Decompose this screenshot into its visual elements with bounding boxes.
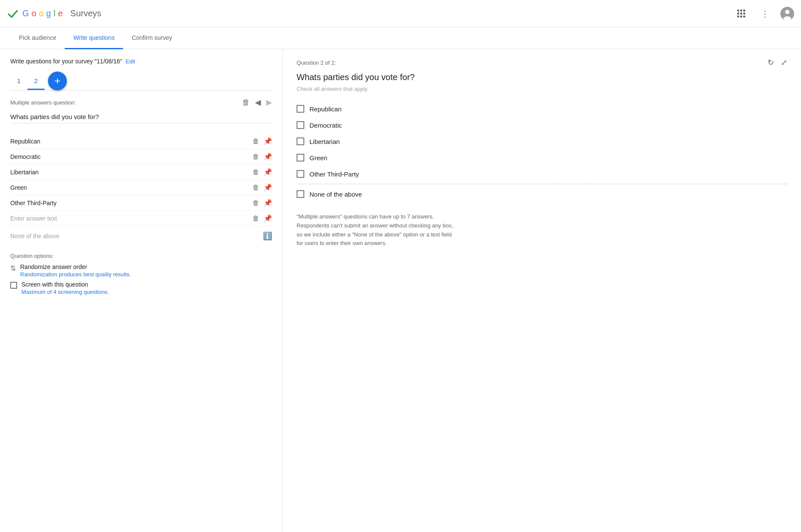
- answer-placeholder-text: Enter answer text: [10, 215, 57, 222]
- question-type-label: Multiple answers question:: [10, 99, 76, 106]
- answers-list: Republican 🗑 📌 Democratic 🗑 📌 Libertaria…: [10, 134, 272, 226]
- answer-text: Libertarian: [10, 169, 252, 176]
- preview-actions: ↻ ⤢: [768, 58, 787, 67]
- preview-options-list: Republican Democratic Libertarian Green …: [297, 101, 787, 202]
- avatar[interactable]: [780, 7, 794, 21]
- question-action-icons: 🗑 ◀ ▶: [242, 98, 272, 107]
- sort-icon: ⇅: [10, 264, 16, 272]
- google-checkmark-icon: [7, 8, 19, 20]
- none-above-label: None of the above: [10, 233, 59, 239]
- answer-row: Libertarian 🗑 📌: [10, 164, 272, 180]
- tab-confirm-survey[interactable]: Confirm survey: [123, 27, 180, 49]
- survey-title-bar: Write questions for your survey "11/08/1…: [10, 58, 272, 65]
- answer-icons: 🗑 📌: [252, 183, 272, 191]
- pin-answer-3-icon[interactable]: 📌: [264, 183, 272, 191]
- preview-checkbox-2[interactable]: [297, 137, 304, 145]
- answer-row: Democratic 🗑 📌: [10, 149, 272, 164]
- question-tab-1[interactable]: 1: [10, 73, 27, 90]
- pin-answer-0-icon[interactable]: 📌: [264, 137, 272, 145]
- more-icon: ⋮: [761, 9, 769, 19]
- preview-option-text: Democratic: [309, 122, 342, 129]
- question-tabs-row: 1 2 +: [10, 72, 272, 91]
- more-options-button[interactable]: ⋮: [756, 5, 774, 22]
- preview-divider: [297, 184, 787, 184]
- question-options-title: Question options:: [10, 253, 272, 259]
- none-above-row: None of the above ℹ️: [10, 228, 272, 244]
- answer-text: Green: [10, 184, 252, 191]
- app-title: Google Surveys: [22, 9, 101, 18]
- answer-placeholder-row: Enter answer text 🗑 📌: [10, 211, 272, 226]
- add-question-icon: +: [54, 75, 60, 87]
- preview-option: Republican: [297, 101, 787, 117]
- preview-option-text: Libertarian: [309, 138, 340, 145]
- pin-answer-5-icon[interactable]: 📌: [264, 214, 272, 222]
- screen-checkbox[interactable]: [10, 282, 17, 289]
- move-left-icon[interactable]: ◀: [255, 98, 261, 107]
- randomize-label: Randomize answer order: [20, 263, 131, 270]
- delete-answer-2-icon[interactable]: 🗑: [252, 168, 259, 176]
- preview-option: None of the above: [297, 186, 787, 202]
- delete-answer-0-icon[interactable]: 🗑: [252, 137, 259, 145]
- answer-icons: 🗑 📌: [252, 199, 272, 207]
- fullscreen-preview-icon[interactable]: ⤢: [781, 58, 787, 67]
- delete-answer-4-icon[interactable]: 🗑: [252, 199, 259, 207]
- pin-answer-2-icon[interactable]: 📌: [264, 168, 272, 176]
- preview-option-text: Other Third-Party: [309, 170, 359, 178]
- question-meta-row: Multiple answers question: 🗑 ◀ ▶: [10, 98, 272, 107]
- screen-label: Screen with this question: [21, 281, 109, 288]
- answer-row: Green 🗑 📌: [10, 180, 272, 195]
- preview-option: Democratic: [297, 117, 787, 133]
- answer-row: Republican 🗑 📌: [10, 134, 272, 149]
- delete-answer-5-icon[interactable]: 🗑: [252, 215, 259, 222]
- move-right-icon[interactable]: ▶: [266, 98, 272, 107]
- preview-option: Other Third-Party: [297, 166, 787, 182]
- preview-meta: Question 2 of 2: ↻ ⤢: [297, 58, 787, 67]
- tab-pick-audience[interactable]: Pick audience: [10, 27, 65, 49]
- randomize-option-row: ⇅ Randomize answer order Randomization p…: [10, 263, 272, 278]
- preview-checkbox-5[interactable]: [297, 190, 304, 198]
- question-tab-2[interactable]: 2: [27, 73, 45, 90]
- preview-checkbox-0[interactable]: [297, 105, 304, 113]
- user-avatar-icon: [780, 7, 794, 21]
- right-panel: Question 2 of 2: ↻ ⤢ Whats parties did y…: [283, 49, 801, 532]
- delete-answer-3-icon[interactable]: 🗑: [252, 184, 259, 191]
- preview-question-title: Whats parties did you vote for?: [297, 72, 787, 82]
- preview-option-text: Green: [309, 154, 327, 161]
- grid-apps-button[interactable]: [732, 5, 750, 22]
- answer-row: Other Third-Party 🗑 📌: [10, 195, 272, 211]
- preview-instruction: Check all answers that apply: [297, 86, 787, 92]
- refresh-preview-icon[interactable]: ↻: [768, 58, 774, 67]
- preview-checkbox-1[interactable]: [297, 121, 304, 129]
- top-nav-tabs: Pick audience Write questions Confirm su…: [0, 27, 801, 49]
- grid-apps-icon: [737, 9, 745, 18]
- preview-option: Libertarian: [297, 133, 787, 149]
- pin-answer-1-icon[interactable]: 📌: [264, 152, 272, 161]
- randomize-option-content: Randomize answer order Randomization pro…: [20, 263, 131, 278]
- preview-note: "Multiple answers" questions can have up…: [297, 212, 459, 248]
- screen-subtext[interactable]: Maximum of 4 screening questions.: [21, 289, 109, 295]
- app-header: Google Surveys ⋮: [0, 0, 801, 27]
- answer-icons: 🗑 📌: [252, 137, 272, 145]
- tab-write-questions[interactable]: Write questions: [65, 27, 123, 49]
- svg-point-1: [785, 10, 789, 14]
- preview-option-text: Republican: [309, 105, 342, 113]
- header-left: Google Surveys: [7, 8, 101, 20]
- randomize-subtext[interactable]: Randomization produces best quality resu…: [20, 271, 131, 278]
- answer-icons: 🗑 📌: [252, 214, 272, 222]
- edit-link[interactable]: Edit: [126, 58, 135, 65]
- preview-option: Green: [297, 149, 787, 166]
- pin-answer-4-icon[interactable]: 📌: [264, 199, 272, 207]
- answer-text: Democratic: [10, 153, 252, 160]
- preview-checkbox-3[interactable]: [297, 154, 304, 161]
- preview-question-counter: Question 2 of 2:: [297, 60, 336, 66]
- screen-option-content: Screen with this question Maximum of 4 s…: [21, 281, 109, 295]
- question-text-input[interactable]: [10, 111, 272, 123]
- info-icon[interactable]: ℹ️: [263, 231, 272, 241]
- question-editor: Multiple answers question: 🗑 ◀ ▶ Republi…: [10, 94, 272, 302]
- question-options: Question options: ⇅ Randomize answer ord…: [10, 253, 272, 295]
- add-question-button[interactable]: +: [48, 72, 67, 90]
- delete-question-icon[interactable]: 🗑: [242, 98, 250, 107]
- left-panel: Write questions for your survey "11/08/1…: [0, 49, 283, 532]
- delete-answer-1-icon[interactable]: 🗑: [252, 153, 259, 161]
- preview-checkbox-4[interactable]: [297, 170, 304, 178]
